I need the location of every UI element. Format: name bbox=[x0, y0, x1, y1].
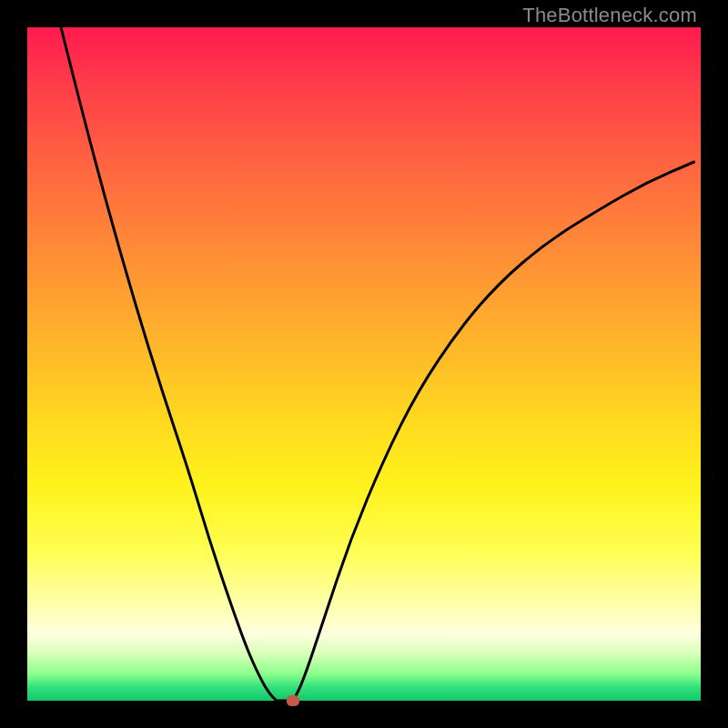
frame-top bbox=[0, 0, 728, 27]
frame-bottom bbox=[0, 701, 728, 728]
frame-left bbox=[0, 0, 27, 728]
bottleneck-curve bbox=[27, 27, 701, 701]
plot-area bbox=[27, 27, 701, 701]
curve-path bbox=[61, 27, 694, 701]
frame-right bbox=[701, 0, 728, 728]
optimal-marker bbox=[287, 695, 299, 706]
